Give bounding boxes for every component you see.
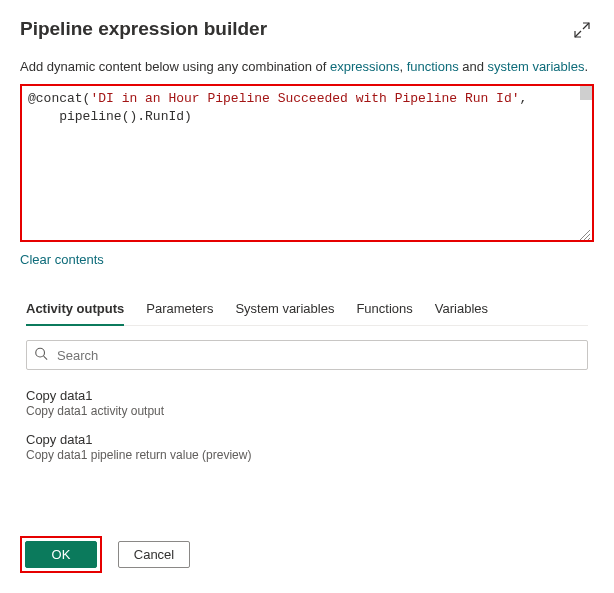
expression-editor[interactable]: @concat('DI in an Hour Pipeline Succeede… (20, 84, 594, 242)
resize-handle-icon[interactable] (580, 228, 590, 238)
ok-button[interactable]: OK (25, 541, 97, 568)
subheading-text: Add dynamic content below using any comb… (20, 59, 594, 74)
list-item[interactable]: Copy data1 Copy data1 pipeline return va… (26, 432, 588, 462)
tab-parameters[interactable]: Parameters (146, 295, 213, 325)
cancel-button[interactable]: Cancel (118, 541, 190, 568)
output-title: Copy data1 (26, 388, 588, 403)
functions-link[interactable]: functions (407, 59, 459, 74)
svg-point-0 (36, 348, 45, 357)
search-input[interactable] (26, 340, 588, 370)
output-subtitle: Copy data1 activity output (26, 404, 588, 418)
expand-icon[interactable] (570, 18, 594, 45)
output-subtitle: Copy data1 pipeline return value (previe… (26, 448, 588, 462)
output-title: Copy data1 (26, 432, 588, 447)
system-variables-link[interactable]: system variables (488, 59, 585, 74)
tab-system-variables[interactable]: System variables (235, 295, 334, 325)
tabs-bar: Activity outputs Parameters System varia… (26, 295, 588, 326)
search-icon (34, 347, 48, 364)
tab-variables[interactable]: Variables (435, 295, 488, 325)
ok-highlight: OK (20, 536, 102, 573)
tab-functions[interactable]: Functions (356, 295, 412, 325)
subheading-prefix: Add dynamic content below using any comb… (20, 59, 330, 74)
editor-content: @concat('DI in an Hour Pipeline Succeede… (22, 86, 592, 130)
scrollbar-stub (580, 86, 592, 100)
page-title: Pipeline expression builder (20, 18, 267, 40)
expressions-link[interactable]: expressions (330, 59, 399, 74)
list-item[interactable]: Copy data1 Copy data1 activity output (26, 388, 588, 418)
tab-activity-outputs[interactable]: Activity outputs (26, 295, 124, 326)
clear-contents-link[interactable]: Clear contents (20, 252, 104, 267)
